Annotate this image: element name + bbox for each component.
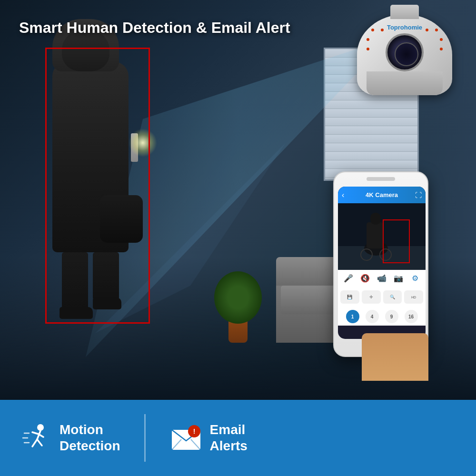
- svg-point-11: [37, 424, 44, 431]
- feature-divider: [144, 414, 146, 462]
- svg-line-16: [37, 439, 42, 446]
- bottom-banner: Motion Detection ! Email Alerts: [0, 400, 476, 476]
- photo-icon[interactable]: 📷: [394, 274, 403, 283]
- smartphone: ‹ 4K Camera ⛶: [333, 171, 438, 371]
- fullscreen-button[interactable]: ⛶: [415, 191, 422, 199]
- phone-notch: [367, 177, 395, 181]
- cam-1-btn[interactable]: 1: [346, 310, 359, 323]
- phone-number-row: 1 4 9 16: [338, 307, 426, 326]
- svg-rect-6: [367, 222, 383, 248]
- app-header: ‹ 4K Camera ⛶: [338, 187, 426, 203]
- camera-feed: [338, 203, 426, 270]
- svg-text:!: !: [193, 427, 195, 435]
- camera-product-image: Toprohomie: [357, 14, 462, 109]
- scene-background: Smart Human Detection & Email Alert Topr…: [0, 0, 476, 400]
- motion-detection-label: Motion Detection: [60, 422, 120, 454]
- phone-screen: ‹ 4K Camera ⛶: [338, 187, 426, 339]
- settings-icon[interactable]: ⚙: [410, 274, 420, 283]
- email-alerts-icon: !: [169, 421, 203, 455]
- email-alerts-feature: ! Email Alerts: [169, 421, 248, 455]
- page-title: Smart Human Detection & Email Alert: [19, 19, 290, 37]
- app-title: 4K Camera: [366, 191, 398, 198]
- record-icon[interactable]: 📹: [377, 274, 387, 283]
- motion-detection-feature: Motion Detection: [19, 421, 120, 455]
- svg-line-13: [32, 432, 39, 434]
- zoom-btn[interactable]: 🔍: [383, 290, 402, 304]
- cam-4-btn[interactable]: 4: [366, 310, 379, 323]
- back-button[interactable]: ‹: [342, 191, 344, 199]
- move-btn[interactable]: ✛: [362, 290, 381, 304]
- plant: [228, 319, 248, 343]
- svg-line-15: [32, 439, 37, 446]
- res-btn[interactable]: HD: [404, 290, 423, 304]
- phone-buttons-grid: 💾 ✛ 🔍 HD: [338, 287, 426, 307]
- phone-body: ‹ 4K Camera ⛶: [333, 171, 428, 357]
- email-alerts-label: Email Alerts: [210, 422, 248, 454]
- brand-label: Toprohomie: [387, 24, 422, 31]
- phone-controls-bar: 🎤 🔇 📹 📷 ⚙: [338, 270, 426, 287]
- save-btn[interactable]: 💾: [340, 290, 359, 304]
- hand: [362, 333, 428, 381]
- person-detection-box: [45, 48, 150, 324]
- mic-icon[interactable]: 🎤: [344, 274, 353, 283]
- motion-detection-icon: [19, 421, 52, 455]
- svg-rect-7: [370, 213, 381, 225]
- camera-feed-svg: [338, 203, 426, 270]
- speaker-icon[interactable]: 🔇: [360, 274, 370, 283]
- cam-16-btn[interactable]: 16: [405, 310, 418, 323]
- cam-9-btn[interactable]: 9: [385, 310, 398, 323]
